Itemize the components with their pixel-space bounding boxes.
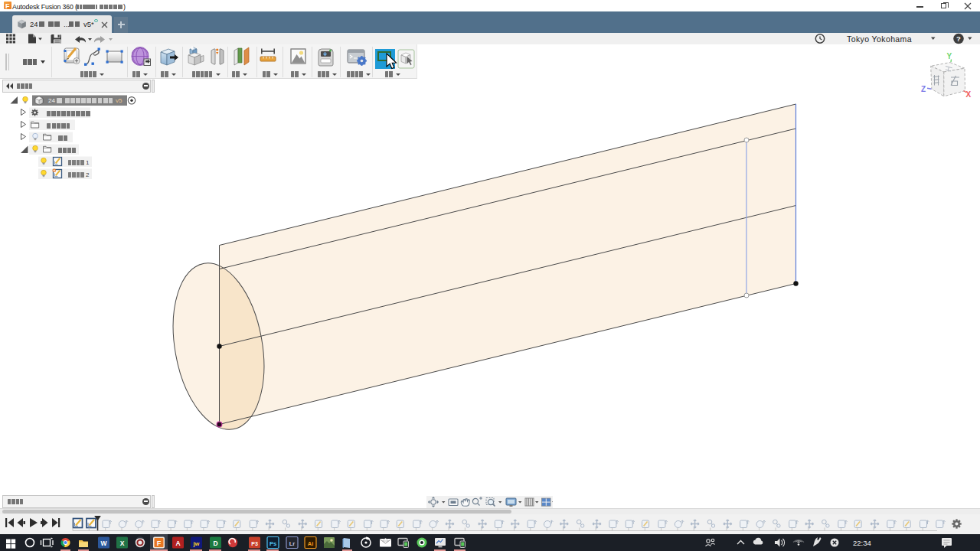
svg-text:P3: P3 (251, 541, 258, 546)
svg-text:Ps: Ps (270, 540, 276, 547)
svg-text:Ai: Ai (308, 540, 314, 547)
svg-text:Lr: Lr (289, 540, 296, 547)
svg-text:X: X (120, 540, 125, 547)
svg-text:Y: Y (947, 52, 952, 60)
svg-text:W: W (100, 540, 107, 547)
svg-text:A: A (175, 540, 180, 547)
svg-text:D: D (213, 540, 217, 547)
svg-text:Z: Z (921, 85, 926, 93)
svg-text:F: F (157, 540, 162, 547)
svg-text:jw: jw (193, 540, 200, 547)
svg-text:22:34: 22:34 (853, 539, 871, 547)
svg-text:X: X (966, 90, 972, 99)
